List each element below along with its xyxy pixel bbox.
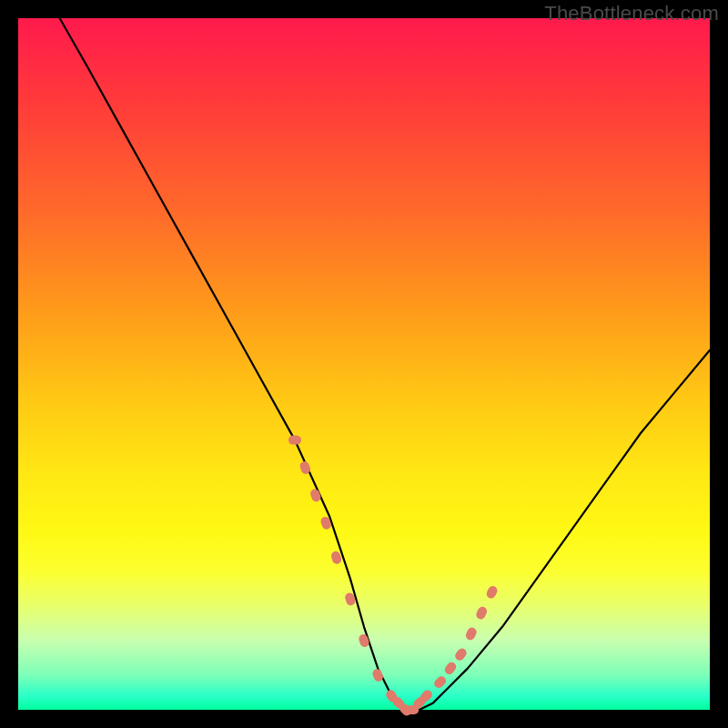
highlight-dot — [443, 661, 458, 676]
chart-frame: TheBottleneck.com — [0, 0, 728, 728]
highlight-dot — [453, 647, 468, 662]
highlight-dot — [309, 488, 322, 503]
watermark-text: TheBottleneck.com — [544, 2, 719, 25]
highlight-dot — [475, 605, 489, 621]
chart-plot-area — [18, 18, 710, 710]
highlight-dot — [485, 584, 499, 600]
highlight-dot — [432, 674, 448, 690]
highlight-dot — [288, 436, 301, 445]
chart-svg — [18, 18, 710, 710]
highlight-dot — [464, 626, 478, 642]
highlight-dot — [371, 668, 384, 683]
bottleneck-curve-path — [60, 18, 710, 710]
highlight-dots — [288, 436, 499, 718]
highlight-dot — [358, 633, 370, 648]
